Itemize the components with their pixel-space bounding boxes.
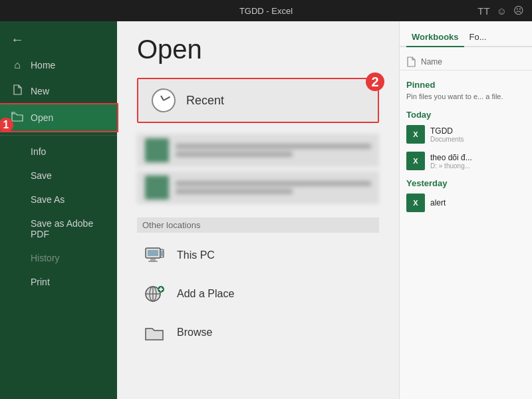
today-section-title: Today: [400, 106, 532, 121]
blurred-line-2: [176, 152, 293, 157]
excel-icon-theodoi: X: [406, 152, 425, 170]
sidebar-item-saveas[interactable]: Save As: [0, 188, 117, 211]
browse-label: Browse: [177, 327, 212, 338]
blurred-file-icon-1: [145, 138, 169, 162]
sidebar-item-new-label: New: [31, 86, 49, 96]
tab-workbooks[interactable]: Workbooks: [406, 28, 464, 47]
sad-icon: ☹: [513, 5, 524, 17]
sidebar-item-save-label: Save: [31, 170, 52, 181]
blurred-file-icon-2: [145, 176, 169, 200]
file-name-alert: alert: [430, 198, 446, 207]
number-badge-1: 1: [0, 118, 13, 132]
addplace-icon: [142, 282, 166, 306]
other-locations-section: Other locations This PC: [137, 217, 379, 348]
sidebar-item-saveadobe[interactable]: Save as Adobe PDF: [0, 211, 117, 246]
sidebar-item-print-label: Print: [31, 277, 50, 287]
user-initials: TT: [477, 5, 489, 17]
sidebar-item-new[interactable]: New: [0, 78, 117, 104]
window-title: TGDD - Excel: [239, 6, 293, 16]
browse-icon: [142, 321, 166, 344]
sidebar-item-saveadobe-label: Save as Adobe PDF: [31, 218, 106, 239]
thispc-icon: [142, 243, 166, 267]
main-content: ← ⌂ Home New Open 1: [0, 21, 532, 399]
sidebar-item-history-label: History: [31, 253, 60, 263]
right-panel-tabs: Workbooks Fo...: [400, 28, 532, 47]
sidebar-item-info[interactable]: Info: [0, 140, 117, 164]
file-info-theodoi: theo dõi đ... D: » thuong...: [430, 153, 472, 170]
content-area: Open Recent 2: [117, 21, 399, 399]
sidebar-item-home-label: Home: [31, 60, 55, 70]
file-info-alert: alert: [430, 198, 446, 207]
number-badge-2: 2: [366, 72, 384, 91]
addplace-label: Add a Place: [177, 288, 234, 300]
clock-hand-minute: [164, 96, 171, 101]
blurred-row-2: [137, 171, 379, 204]
thispc-label: This PC: [177, 249, 215, 261]
blurred-line-3: [176, 181, 371, 186]
location-items: This PC Add a Plac: [137, 239, 379, 348]
file-item-tgdd[interactable]: X TGDD Documents: [400, 121, 532, 148]
file-name-theodoi: theo dõi đ...: [430, 153, 472, 162]
blurred-row-1: [137, 134, 379, 167]
excel-icon-alert: X: [406, 194, 425, 212]
file-path-tgdd: Documents: [430, 136, 464, 143]
blurred-rows: [137, 134, 379, 204]
file-path-theodoi: D: » thuong...: [430, 162, 472, 170]
new-icon: [11, 84, 24, 98]
location-browse[interactable]: Browse: [137, 317, 379, 348]
column-name-label: Name: [421, 57, 442, 66]
sidebar-item-open-label: Open: [31, 112, 53, 123]
other-locations-label: Other locations: [137, 217, 379, 233]
file-name-tgdd: TGDD: [430, 126, 464, 136]
page-title: Open: [137, 35, 379, 65]
blurred-lines-2: [176, 181, 371, 194]
excel-icon-tgdd: X: [406, 125, 425, 144]
sidebar-item-info-label: Info: [31, 146, 46, 157]
sidebar-item-print[interactable]: Print: [0, 270, 117, 294]
file-item-alert[interactable]: X alert: [400, 190, 532, 216]
svg-rect-3: [148, 261, 158, 262]
svg-rect-2: [150, 259, 156, 261]
sidebar-item-history[interactable]: History: [0, 246, 117, 270]
smiley-icon: ☺: [497, 5, 507, 17]
blurred-line-1: [176, 144, 371, 149]
yesterday-section-title: Yesterday: [400, 174, 532, 190]
sidebar: ← ⌂ Home New Open 1: [0, 21, 117, 399]
blurred-line-4: [176, 189, 293, 194]
svg-rect-5: [161, 251, 163, 256]
home-icon: ⌂: [11, 59, 24, 71]
sidebar-item-saveas-label: Save As: [31, 194, 65, 205]
file-info-tgdd: TGDD Documents: [430, 126, 464, 143]
back-button[interactable]: ←: [0, 27, 117, 53]
recent-panel[interactable]: Recent 2: [137, 78, 379, 123]
sidebar-divider: [0, 135, 117, 136]
sidebar-item-open[interactable]: Open 1: [0, 104, 117, 131]
location-thispc[interactable]: This PC: [137, 239, 379, 271]
file-item-theodoi[interactable]: X theo dõi đ... D: » thuong...: [400, 148, 532, 174]
pinned-section-title: Pinned: [400, 76, 532, 91]
blurred-lines-1: [176, 144, 371, 157]
location-addplace[interactable]: Add a Place: [137, 278, 379, 310]
title-bar-icons: TT ☺ ☹: [477, 5, 524, 17]
svg-rect-1: [148, 250, 158, 256]
title-bar: TGDD - Excel TT ☺ ☹: [0, 0, 532, 21]
tab-folders[interactable]: Fo...: [464, 28, 492, 46]
pinned-section-desc: Pin files you want to e... a file.: [400, 91, 532, 106]
right-panel-header: Name: [400, 54, 532, 70]
sidebar-item-save[interactable]: Save: [0, 164, 117, 188]
recent-label: Recent: [186, 94, 224, 108]
sidebar-item-home[interactable]: ⌂ Home: [0, 53, 117, 78]
clock-icon: [152, 88, 176, 112]
right-panel: Workbooks Fo... Name Pinned Pin files yo…: [399, 21, 532, 399]
